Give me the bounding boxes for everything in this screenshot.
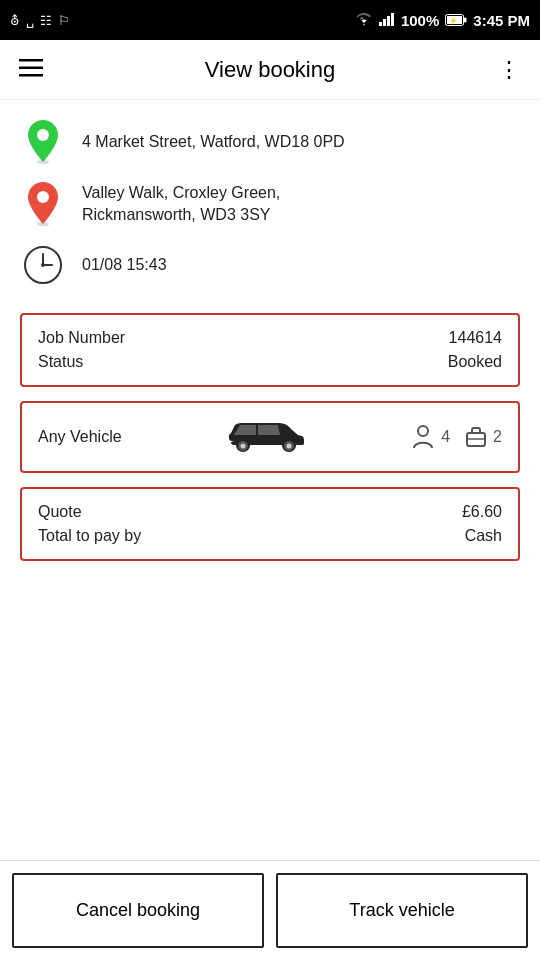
- svg-rect-1: [383, 19, 386, 26]
- vehicle-features: 4 2: [410, 424, 502, 450]
- svg-rect-0: [379, 22, 382, 26]
- pickup-pin-icon: [20, 120, 66, 164]
- svg-point-14: [37, 191, 49, 203]
- datetime-row: 01/08 15:43: [20, 245, 520, 285]
- battery-text: 100%: [401, 12, 439, 29]
- car-icon: [226, 417, 306, 457]
- clock-icon: [20, 245, 66, 285]
- job-number-row: Job Number 144614: [38, 329, 502, 347]
- pay-value: Cash: [465, 527, 502, 545]
- doc-icon: ☷: [40, 13, 52, 28]
- svg-point-18: [41, 263, 45, 267]
- job-number-value: 144614: [449, 329, 502, 347]
- quote-label: Quote: [38, 503, 82, 521]
- wifi-icon: [355, 12, 373, 29]
- svg-rect-9: [19, 66, 43, 69]
- pay-label: Total to pay by: [38, 527, 141, 545]
- bottom-buttons: Cancel booking Track vehicle: [0, 860, 540, 960]
- dropoff-address: Valley Walk, Croxley Green,Rickmansworth…: [82, 182, 280, 227]
- svg-rect-3: [391, 13, 394, 26]
- luggage-count: 2: [493, 428, 502, 446]
- svg-rect-6: [464, 17, 467, 22]
- datetime-value: 01/08 15:43: [82, 256, 167, 274]
- dropoff-row: Valley Walk, Croxley Green,Rickmansworth…: [20, 182, 520, 227]
- pricing-card: Quote £6.60 Total to pay by Cash: [20, 487, 520, 561]
- svg-rect-8: [19, 59, 43, 62]
- pickup-address: 4 Market Street, Watford, WD18 0PD: [82, 131, 345, 153]
- usb-icon: ⛢: [10, 13, 20, 28]
- vehicle-label: Any Vehicle: [38, 428, 122, 446]
- status-label: Status: [38, 353, 83, 371]
- track-vehicle-button[interactable]: Track vehicle: [276, 873, 528, 948]
- passenger-feature: 4: [410, 424, 450, 450]
- more-options-button[interactable]: ⋮: [494, 57, 524, 83]
- quote-value: £6.60: [462, 503, 502, 521]
- vehicle-card: Any Vehicle 4: [20, 401, 520, 473]
- status-bar: ⛢ ␣ ☷ ⚐ 100%: [0, 0, 540, 40]
- svg-point-23: [418, 426, 428, 436]
- page-title: View booking: [46, 57, 494, 83]
- passenger-count: 4: [441, 428, 450, 446]
- svg-rect-10: [19, 74, 43, 77]
- svg-text:⚡: ⚡: [449, 16, 458, 25]
- cancel-booking-button[interactable]: Cancel booking: [12, 873, 264, 948]
- status-value: Booked: [448, 353, 502, 371]
- svg-rect-2: [387, 16, 390, 26]
- luggage-feature: 2: [464, 425, 502, 449]
- status-bar-left: ⛢ ␣ ☷ ⚐: [10, 13, 70, 28]
- menu-button[interactable]: [16, 57, 46, 83]
- pay-row: Total to pay by Cash: [38, 527, 502, 545]
- pickup-row: 4 Market Street, Watford, WD18 0PD: [20, 120, 520, 164]
- signal-icon: [379, 12, 395, 29]
- battery-icon: ⚡: [445, 12, 467, 29]
- status-bar-right: 100% ⚡ 3:45 PM: [355, 12, 530, 29]
- dropoff-pin-icon: [20, 182, 66, 226]
- quote-row: Quote £6.60: [38, 503, 502, 521]
- image-icon: ␣: [26, 13, 34, 28]
- time-display: 3:45 PM: [473, 12, 530, 29]
- job-info-card: Job Number 144614 Status Booked: [20, 313, 520, 387]
- job-number-label: Job Number: [38, 329, 125, 347]
- main-content: 4 Market Street, Watford, WD18 0PD Valle…: [0, 100, 540, 561]
- status-row: Status Booked: [38, 353, 502, 371]
- svg-point-22: [286, 443, 291, 448]
- toolbar: View booking ⋮: [0, 40, 540, 100]
- svg-point-12: [37, 129, 49, 141]
- nav-icon: ⚐: [58, 13, 70, 28]
- svg-point-20: [240, 443, 245, 448]
